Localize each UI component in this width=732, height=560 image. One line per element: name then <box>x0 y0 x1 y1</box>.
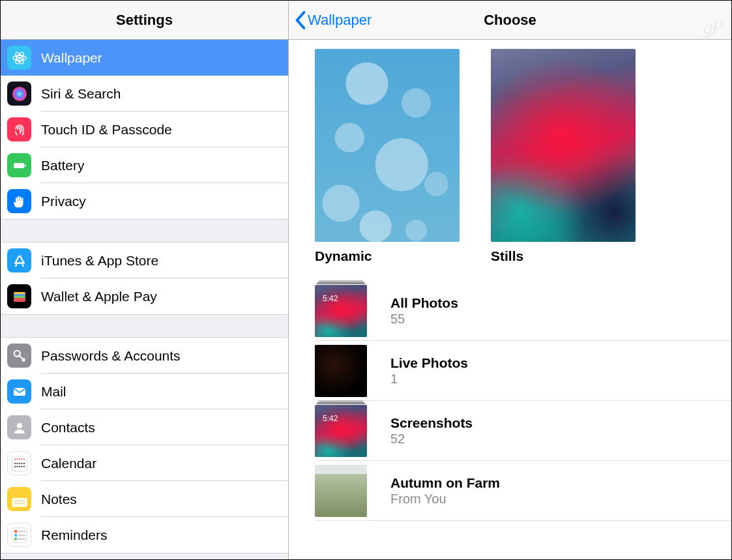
album-live[interactable]: Live Photos1 <box>315 341 731 401</box>
album-all[interactable]: 5:42All Photos55 <box>315 281 731 341</box>
sidebar-item-label: Touch ID & Passcode <box>41 122 172 138</box>
appstore-icon <box>7 248 31 273</box>
svg-point-1 <box>18 57 21 59</box>
svg-rect-16 <box>14 388 25 396</box>
sidebar-item-privacy[interactable]: Privacy <box>1 183 288 219</box>
reminders-icon <box>7 523 31 547</box>
svg-point-31 <box>16 465 18 467</box>
battery-icon <box>7 153 31 177</box>
sidebar-item-calendar[interactable]: Calendar <box>1 445 288 481</box>
mail-icon <box>7 379 31 404</box>
key-icon <box>7 344 31 368</box>
album-subtitle: 52 <box>390 432 473 447</box>
album-list: 5:42All Photos55Live Photos15:42Screensh… <box>315 281 731 521</box>
siri-icon <box>7 81 31 106</box>
sidebar-item-label: Privacy <box>41 194 86 209</box>
svg-point-33 <box>21 465 22 467</box>
back-button[interactable]: Wallpaper <box>295 1 372 40</box>
sidebar-item-wallpaper[interactable]: Wallpaper <box>1 40 288 76</box>
svg-point-42 <box>14 537 17 540</box>
category-label: Dynamic <box>315 248 460 264</box>
svg-point-30 <box>14 465 15 467</box>
svg-point-22 <box>19 458 20 460</box>
wallpaper-category-stills[interactable]: Stills <box>491 49 636 264</box>
svg-point-40 <box>14 529 17 533</box>
back-label: Wallpaper <box>308 12 372 29</box>
svg-point-17 <box>17 423 22 428</box>
svg-rect-14 <box>14 298 25 302</box>
album-title: All Photos <box>390 295 458 311</box>
album-autumn[interactable]: Autumn on FarmFrom You <box>315 461 731 521</box>
detail-pane: Wallpaper Choose DynamicStills 5:42All P… <box>289 1 731 559</box>
sidebar-item-siri[interactable]: Siri & Search <box>1 76 288 111</box>
svg-point-32 <box>18 465 20 467</box>
detail-title: Choose <box>484 12 536 29</box>
svg-point-26 <box>16 462 18 464</box>
sidebar-item-label: Passwords & Accounts <box>41 348 181 364</box>
album-subtitle: From You <box>390 492 500 507</box>
album-subtitle: 55 <box>390 312 458 327</box>
album-thumbnail: 5:42 <box>315 285 367 337</box>
thumb-time: 5:42 <box>323 414 338 423</box>
album-title: Autumn on Farm <box>390 475 500 491</box>
wallpaper-category-row: DynamicStills <box>315 49 731 264</box>
svg-point-29 <box>23 462 24 464</box>
sidebar-item-passwords[interactable]: Passwords & Accounts <box>1 338 288 374</box>
sidebar-item-reminders[interactable]: Reminders <box>1 517 288 553</box>
hand-icon <box>7 189 31 213</box>
stills-thumbnail <box>491 49 636 242</box>
album-shots[interactable]: 5:42Screenshots52 <box>315 401 731 461</box>
album-thumbnail <box>315 345 367 397</box>
sidebar-item-mail[interactable]: Mail <box>1 374 288 409</box>
svg-point-25 <box>14 462 15 464</box>
svg-rect-6 <box>14 163 24 168</box>
sidebar-item-label: Wallet & Apple Pay <box>41 289 157 304</box>
album-thumbnail: 5:42 <box>315 405 367 457</box>
wallet-icon <box>7 284 31 308</box>
sidebar-title: Settings <box>1 1 288 40</box>
svg-rect-36 <box>12 497 27 507</box>
sidebar-item-battery[interactable]: Battery <box>1 147 288 183</box>
sidebar-item-label: iTunes & App Store <box>41 253 158 269</box>
svg-point-41 <box>14 533 17 537</box>
svg-rect-7 <box>24 164 25 167</box>
sidebar-item-label: Contacts <box>41 420 95 435</box>
svg-point-5 <box>12 87 27 101</box>
svg-point-23 <box>21 458 22 460</box>
svg-point-21 <box>16 458 18 460</box>
sidebar-item-label: Siri & Search <box>41 86 121 102</box>
notes-icon <box>7 487 31 511</box>
sidebar-item-label: Notes <box>41 492 77 507</box>
svg-point-20 <box>14 458 16 460</box>
fingerprint-icon <box>7 117 31 141</box>
thumb-time: 5:42 <box>323 294 338 303</box>
sidebar-item-label: Battery <box>41 158 85 173</box>
chevron-left-icon <box>295 11 306 29</box>
sidebar-item-itunes[interactable]: iTunes & App Store <box>1 243 288 278</box>
detail-header: Wallpaper Choose <box>289 1 731 40</box>
sidebar-item-label: Calendar <box>41 456 96 471</box>
sidebar-item-wallet[interactable]: Wallet & Apple Pay <box>1 278 288 314</box>
sidebar-item-label: Wallpaper <box>41 50 102 66</box>
album-subtitle: 1 <box>390 372 468 387</box>
album-title: Screenshots <box>390 415 473 431</box>
sidebar-list[interactable]: WallpaperSiri & SearchTouch ID & Passcod… <box>1 40 288 559</box>
album-title: Live Photos <box>390 355 468 371</box>
sidebar-item-contacts[interactable]: Contacts <box>1 409 288 445</box>
wallpaper-category-dynamic[interactable]: Dynamic <box>315 49 460 264</box>
contacts-icon <box>7 415 31 439</box>
sidebar-item-label: Mail <box>41 384 66 400</box>
calendar-icon <box>7 451 31 475</box>
category-label: Stills <box>491 248 636 264</box>
svg-point-28 <box>21 462 22 464</box>
svg-point-27 <box>18 462 20 464</box>
svg-point-34 <box>23 465 24 467</box>
album-thumbnail <box>315 465 367 517</box>
wallpaper-icon <box>7 46 31 70</box>
sidebar-item-label: Reminders <box>41 527 108 543</box>
sidebar-item-notes[interactable]: Notes <box>1 481 288 517</box>
detail-body: DynamicStills 5:42All Photos55Live Photo… <box>289 40 731 559</box>
dynamic-thumbnail <box>315 49 460 242</box>
svg-point-24 <box>23 458 25 460</box>
sidebar-item-touchid[interactable]: Touch ID & Passcode <box>1 111 288 147</box>
